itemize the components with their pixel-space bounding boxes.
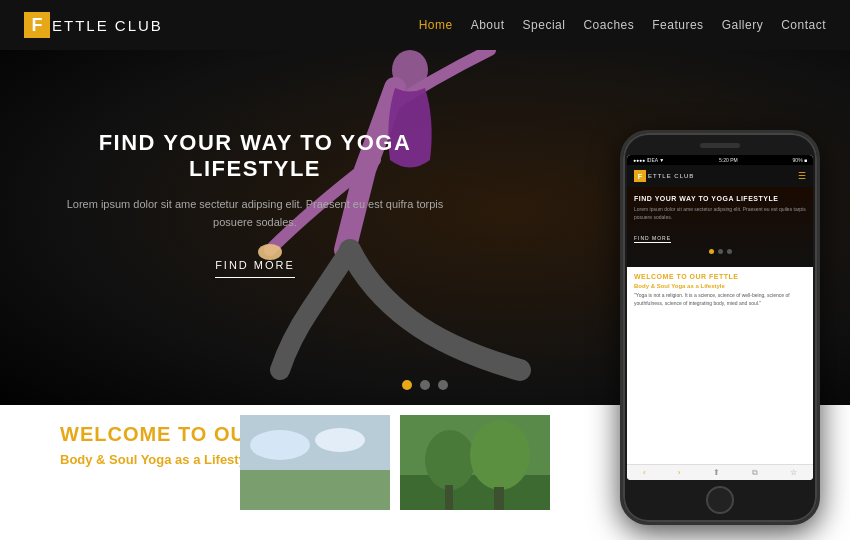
phone-mockup: ●●●● IDEA ▼ 5:20 PM 90% ■ F ETTLE CLUB ☰…: [620, 130, 820, 525]
phone-hero-text: Lorem ipsum dolor sit ame sectetur adips…: [634, 206, 806, 221]
phone-welcome-title: WELCOME TO OUR FETTLE: [634, 273, 806, 280]
phone-welcome-subtitle: Body & Soul Yoga as a Lifestyle: [634, 283, 806, 289]
logo-text: ETTLE CLUB: [52, 17, 163, 34]
phone-tabs-icon[interactable]: ⧉: [752, 468, 758, 478]
svg-rect-10: [445, 485, 453, 510]
phone-outer: ●●●● IDEA ▼ 5:20 PM 90% ■ F ETTLE CLUB ☰…: [620, 130, 820, 525]
image-right: [400, 415, 550, 510]
svg-point-9: [470, 420, 530, 490]
hero-subtitle: Lorem ipsum dolor sit ame sectetur adips…: [60, 196, 450, 231]
svg-rect-3: [240, 470, 390, 510]
hero-title: FIND YOUR WAY TO YOGA LIFESTYLE: [60, 130, 450, 182]
svg-point-4: [250, 430, 310, 460]
nav-special[interactable]: Special: [523, 18, 566, 32]
header: F ETTLE CLUB Home About Special Coaches …: [0, 0, 850, 50]
navigation: Home About Special Coaches Features Gall…: [419, 18, 826, 32]
image-left: [240, 415, 390, 510]
phone-time: 5:20 PM: [719, 157, 738, 163]
phone-logo-text: ETTLE CLUB: [648, 173, 694, 179]
nav-features[interactable]: Features: [652, 18, 703, 32]
phone-bottom-bar: ‹ › ⬆ ⧉ ☆: [627, 464, 813, 480]
nav-contact[interactable]: Contact: [781, 18, 826, 32]
hero-cta-button[interactable]: FIND MORE: [215, 253, 295, 278]
svg-rect-7: [400, 475, 550, 510]
phone-bookmarks-icon[interactable]: ☆: [790, 468, 797, 477]
nav-gallery[interactable]: Gallery: [722, 18, 764, 32]
phone-dot-1[interactable]: [709, 249, 714, 254]
phone-welcome: WELCOME TO OUR FETTLE Body & Soul Yoga a…: [627, 267, 813, 313]
hero-dots: [402, 380, 448, 390]
phone-share-icon[interactable]: ⬆: [713, 468, 720, 477]
phone-hero-cta[interactable]: FIND MORE: [634, 235, 671, 243]
phone-battery: 90% ■: [793, 157, 807, 163]
nav-home[interactable]: Home: [419, 18, 453, 32]
phone-dot-3[interactable]: [727, 249, 732, 254]
hero-dot-1[interactable]: [402, 380, 412, 390]
hero-dot-2[interactable]: [420, 380, 430, 390]
phone-back-icon[interactable]: ‹: [643, 468, 646, 477]
phone-hero: FIND YOUR WAY TO YOGA LIFESTYLE Lorem ip…: [627, 187, 813, 267]
nav-about[interactable]: About: [471, 18, 505, 32]
hero-content: FIND YOUR WAY TO YOGA LIFESTYLE Lorem ip…: [60, 130, 450, 278]
phone-hero-dots: [634, 249, 806, 254]
phone-welcome-text: "Yoga is not a religion. It is a science…: [634, 292, 806, 307]
phone-hero-title: FIND YOUR WAY TO YOGA LIFESTYLE: [634, 195, 806, 202]
hero-dot-3[interactable]: [438, 380, 448, 390]
svg-point-8: [425, 430, 475, 490]
phone-forward-icon[interactable]: ›: [678, 468, 681, 477]
phone-menu-icon[interactable]: ☰: [798, 171, 806, 181]
logo[interactable]: F ETTLE CLUB: [24, 12, 163, 38]
logo-letter: F: [24, 12, 50, 38]
phone-dot-2[interactable]: [718, 249, 723, 254]
phone-home-button[interactable]: [706, 486, 734, 514]
phone-speaker: [700, 143, 740, 148]
phone-signal: ●●●● IDEA ▼: [633, 157, 664, 163]
phone-logo[interactable]: F ETTLE CLUB: [634, 170, 694, 182]
nav-coaches[interactable]: Coaches: [583, 18, 634, 32]
svg-rect-11: [494, 487, 504, 510]
phone-header: F ETTLE CLUB ☰: [627, 165, 813, 187]
svg-point-5: [315, 428, 365, 452]
phone-logo-letter: F: [634, 170, 646, 182]
phone-screen: ●●●● IDEA ▼ 5:20 PM 90% ■ F ETTLE CLUB ☰…: [627, 155, 813, 480]
phone-status-bar: ●●●● IDEA ▼ 5:20 PM 90% ■: [627, 155, 813, 165]
